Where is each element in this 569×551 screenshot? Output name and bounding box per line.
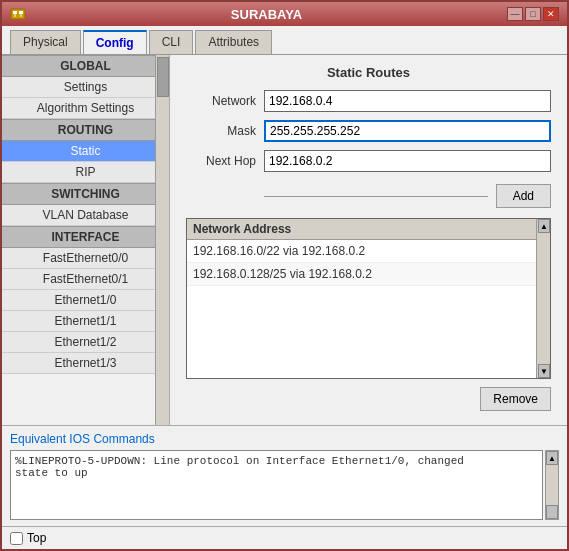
sidebar: GLOBAL Settings Algorithm Settings ROUTI…: [2, 55, 170, 425]
remove-button[interactable]: Remove: [480, 387, 551, 411]
sidebar-item-static[interactable]: Static: [2, 141, 169, 162]
section-title: Static Routes: [186, 65, 551, 80]
sidebar-section-global: GLOBAL: [2, 55, 169, 77]
close-button[interactable]: ✕: [543, 7, 559, 21]
app-icon: [10, 6, 26, 22]
ios-commands-wrapper: ▲: [10, 450, 559, 520]
bottom-panel: Equivalent IOS Commands ▲: [2, 425, 567, 526]
sidebar-section-interface: INTERFACE: [2, 226, 169, 248]
svg-rect-1: [13, 11, 17, 14]
ios-commands-scrollbar[interactable]: ▲: [545, 450, 559, 520]
tab-bar: Physical Config CLI Attributes: [2, 26, 567, 55]
table-row[interactable]: 192.168.16.0/22 via 192.168.0.2: [187, 240, 550, 263]
sidebar-scrollbar-thumb: [157, 57, 169, 97]
maximize-button[interactable]: □: [525, 7, 541, 21]
network-row: Network: [186, 90, 551, 112]
sidebar-scrollbar[interactable]: [155, 55, 169, 425]
sidebar-item-vlan-database[interactable]: VLAN Database: [2, 205, 169, 226]
ios-commands-label: Equivalent IOS Commands: [10, 432, 559, 446]
nexthop-input[interactable]: [264, 150, 551, 172]
window-title: SURABAYA: [26, 7, 507, 22]
main-content: GLOBAL Settings Algorithm Settings ROUTI…: [2, 55, 567, 425]
separator-line: [264, 196, 488, 197]
main-window: SURABAYA — □ ✕ Physical Config CLI Attri…: [0, 0, 569, 551]
ios-scroll-up-icon: ▲: [546, 451, 558, 465]
sidebar-item-rip[interactable]: RIP: [2, 162, 169, 183]
mask-input[interactable]: [264, 120, 551, 142]
network-label: Network: [186, 94, 256, 108]
table-row[interactable]: 192.168.0.128/25 via 192.168.0.2: [187, 263, 550, 286]
sidebar-item-fastethernet01[interactable]: FastEthernet0/1: [2, 269, 169, 290]
top-checkbox-label[interactable]: Top: [10, 531, 46, 545]
nexthop-row: Next Hop: [186, 150, 551, 172]
tab-cli[interactable]: CLI: [149, 30, 194, 54]
sidebar-item-algorithm-settings[interactable]: Algorithm Settings: [2, 98, 169, 119]
sidebar-item-ethernet13[interactable]: Ethernet1/3: [2, 353, 169, 374]
tab-physical[interactable]: Physical: [10, 30, 81, 54]
top-checkbox[interactable]: [10, 532, 23, 545]
network-input[interactable]: [264, 90, 551, 112]
tab-attributes[interactable]: Attributes: [195, 30, 272, 54]
mask-label: Mask: [186, 124, 256, 138]
table-header: Network Address: [187, 219, 550, 240]
add-row: Add: [186, 184, 551, 208]
nexthop-label: Next Hop: [186, 154, 256, 168]
table-scroll-down-icon[interactable]: ▼: [538, 364, 550, 378]
window-controls: — □ ✕: [507, 7, 559, 21]
sidebar-section-switching: SWITCHING: [2, 183, 169, 205]
sidebar-item-ethernet12[interactable]: Ethernet1/2: [2, 332, 169, 353]
ios-scroll-thumb: [546, 505, 558, 519]
table-scroll-up-icon[interactable]: ▲: [538, 219, 550, 233]
ios-commands-textarea[interactable]: [10, 450, 543, 520]
routes-table: Network Address 192.168.16.0/22 via 192.…: [186, 218, 551, 379]
sidebar-item-fastethernet00[interactable]: FastEthernet0/0: [2, 248, 169, 269]
table-scrollbar[interactable]: ▲ ▼: [536, 219, 550, 378]
sidebar-scroll-area: GLOBAL Settings Algorithm Settings ROUTI…: [2, 55, 169, 425]
tab-config[interactable]: Config: [83, 30, 147, 54]
svg-rect-2: [19, 11, 23, 14]
footer-bar: Top: [2, 526, 567, 549]
add-button[interactable]: Add: [496, 184, 551, 208]
sidebar-item-ethernet10[interactable]: Ethernet1/0: [2, 290, 169, 311]
sidebar-section-routing: ROUTING: [2, 119, 169, 141]
sidebar-item-settings[interactable]: Settings: [2, 77, 169, 98]
minimize-button[interactable]: —: [507, 7, 523, 21]
content-area: Static Routes Network Mask Next Hop Add: [170, 55, 567, 425]
top-label: Top: [27, 531, 46, 545]
mask-row: Mask: [186, 120, 551, 142]
title-bar: SURABAYA — □ ✕: [2, 2, 567, 26]
sidebar-item-ethernet11[interactable]: Ethernet1/1: [2, 311, 169, 332]
